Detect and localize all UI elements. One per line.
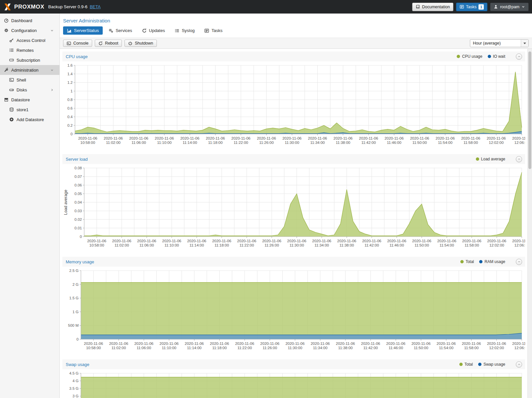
sidebar-item-subscription[interactable]: Subscription (0, 55, 59, 65)
svg-text:2020-11-0611:42:00: 2020-11-0611:42:00 (359, 136, 378, 145)
legend-label: Swap usage (483, 362, 505, 367)
user-menu-button[interactable]: root@pam (490, 3, 529, 11)
collapse-panel-button[interactable] (516, 259, 522, 265)
tab-services[interactable]: Services (105, 26, 136, 35)
svg-text:1.5 G: 1.5 G (69, 296, 79, 300)
legend-item-swap-usage[interactable]: Swap usage (478, 362, 505, 367)
tasks-icon (204, 28, 209, 33)
sidebar-item-disks[interactable]: Disks (0, 85, 59, 95)
panel-title: Swap usage (62, 362, 89, 367)
svg-text:0.03: 0.03 (75, 209, 82, 213)
console-button[interactable]: Console (63, 40, 92, 47)
svg-text:2020-11-0611:30:00: 2020-11-0611:30:00 (287, 239, 306, 247)
sidebar-item-remotes[interactable]: Remotes (0, 45, 59, 55)
sidebar-item-label: Shell (17, 78, 26, 83)
chevron-right-icon[interactable] (50, 88, 54, 92)
datastore-icon (4, 97, 9, 102)
svg-text:2020-11-0612:06:00: 2020-11-0612:06:00 (512, 239, 525, 247)
sidebar-item-datastore[interactable]: Datastore (0, 95, 59, 105)
legend-label: RAM usage (484, 259, 505, 264)
toolbar: ConsoleRebootShutdown Hour (average) (60, 38, 532, 49)
svg-text:2020-11-0612:06:00: 2020-11-0612:06:00 (512, 342, 525, 350)
tab-label: Syslog (182, 28, 195, 33)
collapse-panel-button[interactable] (516, 361, 522, 368)
svg-text:2020-11-0611:02:00: 2020-11-0611:02:00 (112, 239, 131, 247)
tab-label: Tasks (211, 28, 222, 33)
legend-item-total[interactable]: Total (459, 362, 473, 367)
tab-serverstatus[interactable]: ServerStatus (63, 26, 103, 35)
sidebar-item-access-control[interactable]: Access Control (0, 35, 59, 45)
brand-name: PROXMOX (14, 4, 44, 10)
svg-text:2020-11-0611:50:00: 2020-11-0611:50:00 (412, 239, 431, 247)
chart-legend: TotalRAM usage (460, 259, 525, 265)
svg-text:2020-11-0611:18:00: 2020-11-0611:18:00 (206, 136, 225, 145)
sidebar-item-shell[interactable]: Shell (0, 75, 59, 85)
svg-text:2020-11-0611:22:00: 2020-11-0611:22:00 (231, 136, 251, 145)
database-icon (9, 107, 14, 112)
svg-text:2020-11-0611:58:00: 2020-11-0611:58:00 (462, 342, 481, 350)
scrollbar-thumb[interactable] (528, 51, 531, 169)
terminal-icon (9, 78, 14, 82)
svg-text:2020-11-0610:58:00: 2020-11-0610:58:00 (84, 342, 103, 350)
chevron-down-icon[interactable] (50, 29, 54, 32)
tab-syslog[interactable]: Syslog (171, 26, 198, 35)
tab-bar: ServerStatusServicesUpdatesSyslogTasks (60, 24, 532, 35)
toolbar-button-label: Console (73, 41, 89, 46)
sidebar-item-add-datastore[interactable]: Add Datastore (0, 115, 59, 124)
svg-text:0.01: 0.01 (75, 226, 82, 230)
tasks-button[interactable]: Tasks 1 (456, 3, 487, 11)
svg-text:2020-11-0611:54:00: 2020-11-0611:54:00 (437, 342, 456, 350)
product-version: Backup Server 0.9-6 (48, 4, 88, 9)
sidebar-item-configuration[interactable]: Configuration (0, 25, 59, 35)
shutdown-button[interactable]: Shutdown (124, 40, 157, 47)
svg-text:2020-11-0611:34:00: 2020-11-0611:34:00 (312, 239, 331, 247)
proxmox-x-icon (3, 3, 12, 11)
svg-text:4 G: 4 G (72, 379, 79, 383)
panel-header-swap-usage: Swap usageTotalSwap usage (62, 359, 525, 369)
tab-tasks[interactable]: Tasks (200, 26, 226, 35)
legend-item-io-wait[interactable]: IO wait (488, 54, 505, 59)
combo-trigger-icon[interactable] (521, 40, 528, 47)
sidebar-item-administration[interactable]: Administration (0, 65, 59, 75)
legend-item-ram-usage[interactable]: RAM usage (479, 259, 505, 264)
svg-text:2020-11-0611:30:00: 2020-11-0611:30:00 (285, 342, 304, 350)
svg-text:2020-11-0612:02:00: 2020-11-0612:02:00 (487, 342, 506, 350)
beta-link[interactable]: BETA (90, 4, 101, 9)
legend-dot-icon (488, 55, 491, 58)
svg-text:2020-11-0611:26:00: 2020-11-0611:26:00 (262, 239, 281, 247)
svg-text:2020-11-0611:50:00: 2020-11-0611:50:00 (411, 342, 431, 350)
svg-text:2020-11-0611:30:00: 2020-11-0611:30:00 (282, 136, 301, 145)
vertical-scrollbar[interactable] (527, 49, 532, 398)
svg-text:0.2: 0.2 (67, 123, 73, 127)
legend-item-load-average[interactable]: Load average (476, 157, 505, 161)
svg-text:1 G: 1 G (72, 310, 79, 314)
sidebar-item-store1[interactable]: store1 (0, 105, 59, 115)
collapse-panel-button[interactable] (516, 156, 522, 162)
tab-updates[interactable]: Updates (138, 26, 169, 35)
chevron-down-icon[interactable] (50, 68, 54, 72)
svg-text:0.05: 0.05 (75, 192, 82, 196)
legend-item-total[interactable]: Total (460, 259, 474, 264)
gear-icon (4, 28, 9, 33)
legend-label: IO wait (493, 54, 505, 59)
legend-item-cpu-usage[interactable]: CPU usage (457, 54, 482, 59)
panel-cpu-usage: CPU usageCPU usageIO wait00.20.40.60.811… (62, 51, 525, 149)
svg-text:2020-11-0611:18:00: 2020-11-0611:18:00 (210, 342, 229, 350)
svg-text:2020-11-0611:42:00: 2020-11-0611:42:00 (362, 239, 381, 247)
documentation-button[interactable]: Documentation (412, 3, 453, 11)
sidebar-item-dashboard[interactable]: Dashboard (0, 16, 59, 25)
panel-header-server-load: Server loadLoad average (62, 154, 525, 164)
book-icon (416, 5, 420, 9)
svg-text:2020-11-0611:10:00: 2020-11-0611:10:00 (160, 342, 179, 350)
svg-text:2020-11-0611:54:00: 2020-11-0611:54:00 (436, 136, 455, 145)
svg-text:2020-11-0611:50:00: 2020-11-0611:50:00 (410, 136, 429, 145)
remotes-icon (9, 48, 14, 52)
collapse-panel-button[interactable] (516, 53, 522, 60)
timeframe-select[interactable]: Hour (average) (470, 39, 529, 47)
svg-text:2020-11-0611:14:00: 2020-11-0611:14:00 (187, 239, 206, 247)
sidebar-item-label: Administration (11, 68, 38, 73)
reboot-button[interactable]: Reboot (95, 40, 122, 47)
chart-legend: Load average (476, 156, 525, 162)
sidebar-item-label: Add Datastore (17, 117, 44, 122)
plus-circle-icon (9, 117, 14, 122)
